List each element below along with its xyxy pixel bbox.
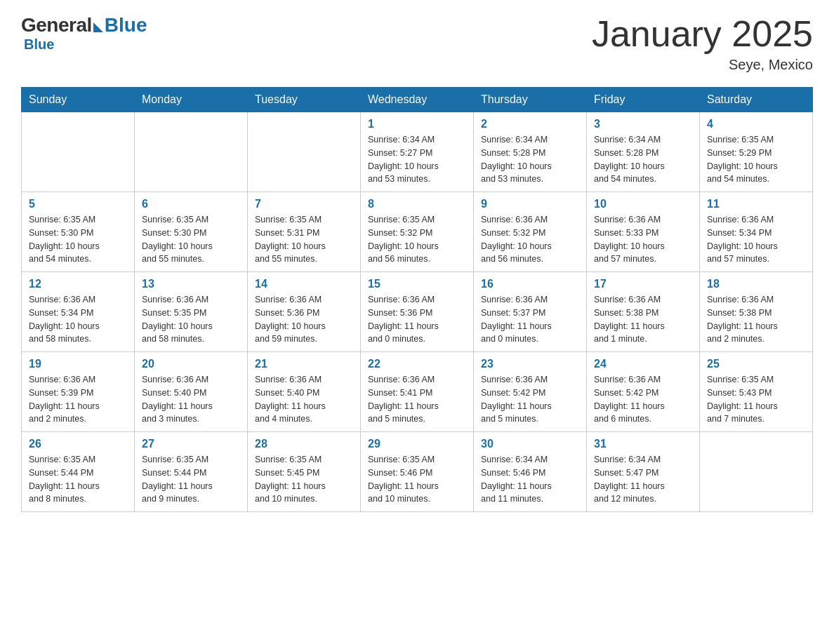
day-number: 13 [142, 278, 240, 290]
day-info: Sunrise: 6:34 AM Sunset: 5:28 PM Dayligh… [481, 133, 579, 186]
day-info: Sunrise: 6:35 AM Sunset: 5:32 PM Dayligh… [368, 213, 466, 266]
calendar-cell: 16Sunrise: 6:36 AM Sunset: 5:37 PM Dayli… [474, 272, 587, 352]
calendar-cell: 3Sunrise: 6:34 AM Sunset: 5:28 PM Daylig… [587, 112, 700, 192]
calendar-week-4: 19Sunrise: 6:36 AM Sunset: 5:39 PM Dayli… [22, 352, 813, 432]
calendar-cell: 10Sunrise: 6:36 AM Sunset: 5:33 PM Dayli… [587, 192, 700, 272]
day-number: 15 [368, 278, 466, 290]
calendar-cell: 12Sunrise: 6:36 AM Sunset: 5:34 PM Dayli… [22, 272, 135, 352]
day-info: Sunrise: 6:34 AM Sunset: 5:46 PM Dayligh… [481, 453, 579, 506]
day-number: 10 [594, 198, 692, 210]
day-info: Sunrise: 6:36 AM Sunset: 5:32 PM Dayligh… [481, 213, 579, 266]
location-text: Seye, Mexico [592, 57, 813, 73]
calendar-cell: 1Sunrise: 6:34 AM Sunset: 5:27 PM Daylig… [361, 112, 474, 192]
calendar-cell: 24Sunrise: 6:36 AM Sunset: 5:42 PM Dayli… [587, 352, 700, 432]
day-info: Sunrise: 6:34 AM Sunset: 5:47 PM Dayligh… [594, 453, 692, 506]
day-info: Sunrise: 6:36 AM Sunset: 5:34 PM Dayligh… [29, 293, 127, 346]
calendar-body: 1Sunrise: 6:34 AM Sunset: 5:27 PM Daylig… [22, 112, 813, 512]
day-number: 28 [255, 438, 353, 450]
day-number: 19 [29, 358, 127, 370]
calendar-cell: 14Sunrise: 6:36 AM Sunset: 5:36 PM Dayli… [248, 272, 361, 352]
calendar-cell: 5Sunrise: 6:35 AM Sunset: 5:30 PM Daylig… [22, 192, 135, 272]
day-number: 12 [29, 278, 127, 290]
calendar-cell [700, 432, 813, 512]
calendar-week-3: 12Sunrise: 6:36 AM Sunset: 5:34 PM Dayli… [22, 272, 813, 352]
day-info: Sunrise: 6:36 AM Sunset: 5:40 PM Dayligh… [255, 373, 353, 426]
day-number: 26 [29, 438, 127, 450]
day-number: 17 [594, 278, 692, 290]
calendar-cell: 26Sunrise: 6:35 AM Sunset: 5:44 PM Dayli… [22, 432, 135, 512]
calendar-cell: 31Sunrise: 6:34 AM Sunset: 5:47 PM Dayli… [587, 432, 700, 512]
calendar-cell: 18Sunrise: 6:36 AM Sunset: 5:38 PM Dayli… [700, 272, 813, 352]
calendar-cell: 22Sunrise: 6:36 AM Sunset: 5:41 PM Dayli… [361, 352, 474, 432]
month-title: January 2025 [592, 14, 813, 54]
calendar-cell: 28Sunrise: 6:35 AM Sunset: 5:45 PM Dayli… [248, 432, 361, 512]
day-info: Sunrise: 6:36 AM Sunset: 5:41 PM Dayligh… [368, 373, 466, 426]
calendar-cell [135, 112, 248, 192]
calendar-cell: 19Sunrise: 6:36 AM Sunset: 5:39 PM Dayli… [22, 352, 135, 432]
day-info: Sunrise: 6:35 AM Sunset: 5:45 PM Dayligh… [255, 453, 353, 506]
day-number: 30 [481, 438, 579, 450]
calendar-week-5: 26Sunrise: 6:35 AM Sunset: 5:44 PM Dayli… [22, 432, 813, 512]
day-number: 2 [481, 118, 579, 130]
calendar-week-2: 5Sunrise: 6:35 AM Sunset: 5:30 PM Daylig… [22, 192, 813, 272]
day-number: 7 [255, 198, 353, 210]
day-number: 29 [368, 438, 466, 450]
day-info: Sunrise: 6:36 AM Sunset: 5:40 PM Dayligh… [142, 373, 240, 426]
day-info: Sunrise: 6:36 AM Sunset: 5:37 PM Dayligh… [481, 293, 579, 346]
day-number: 16 [481, 278, 579, 290]
logo: General Blue Blue [21, 14, 147, 53]
weekday-header-monday: Monday [135, 88, 248, 112]
day-info: Sunrise: 6:36 AM Sunset: 5:42 PM Dayligh… [481, 373, 579, 426]
page-header: General Blue Blue January 2025 Seye, Mex… [21, 14, 813, 73]
calendar-header: SundayMondayTuesdayWednesdayThursdayFrid… [22, 88, 813, 112]
day-info: Sunrise: 6:35 AM Sunset: 5:46 PM Dayligh… [368, 453, 466, 506]
day-number: 25 [707, 358, 805, 370]
day-info: Sunrise: 6:35 AM Sunset: 5:30 PM Dayligh… [142, 213, 240, 266]
calendar-cell [248, 112, 361, 192]
calendar-week-1: 1Sunrise: 6:34 AM Sunset: 5:27 PM Daylig… [22, 112, 813, 192]
day-number: 22 [368, 358, 466, 370]
day-number: 4 [707, 118, 805, 130]
calendar-cell: 6Sunrise: 6:35 AM Sunset: 5:30 PM Daylig… [135, 192, 248, 272]
weekday-header-saturday: Saturday [700, 88, 813, 112]
day-info: Sunrise: 6:36 AM Sunset: 5:38 PM Dayligh… [707, 293, 805, 346]
calendar-cell: 17Sunrise: 6:36 AM Sunset: 5:38 PM Dayli… [587, 272, 700, 352]
calendar-cell: 2Sunrise: 6:34 AM Sunset: 5:28 PM Daylig… [474, 112, 587, 192]
day-number: 23 [481, 358, 579, 370]
day-info: Sunrise: 6:35 AM Sunset: 5:29 PM Dayligh… [707, 133, 805, 186]
day-info: Sunrise: 6:35 AM Sunset: 5:30 PM Dayligh… [29, 213, 127, 266]
calendar-cell: 25Sunrise: 6:35 AM Sunset: 5:43 PM Dayli… [700, 352, 813, 432]
day-number: 14 [255, 278, 353, 290]
calendar-cell: 27Sunrise: 6:35 AM Sunset: 5:44 PM Dayli… [135, 432, 248, 512]
weekday-header-thursday: Thursday [474, 88, 587, 112]
logo-blue-text: Blue [105, 14, 147, 36]
logo-arrow-icon [93, 22, 103, 32]
day-info: Sunrise: 6:35 AM Sunset: 5:31 PM Dayligh… [255, 213, 353, 266]
day-number: 6 [142, 198, 240, 210]
calendar-cell: 15Sunrise: 6:36 AM Sunset: 5:36 PM Dayli… [361, 272, 474, 352]
day-info: Sunrise: 6:35 AM Sunset: 5:44 PM Dayligh… [29, 453, 127, 506]
day-number: 9 [481, 198, 579, 210]
day-number: 27 [142, 438, 240, 450]
calendar-cell: 11Sunrise: 6:36 AM Sunset: 5:34 PM Dayli… [700, 192, 813, 272]
weekday-header-wednesday: Wednesday [361, 88, 474, 112]
calendar-cell [22, 112, 135, 192]
weekday-header-sunday: Sunday [22, 88, 135, 112]
day-info: Sunrise: 6:35 AM Sunset: 5:44 PM Dayligh… [142, 453, 240, 506]
day-info: Sunrise: 6:36 AM Sunset: 5:39 PM Dayligh… [29, 373, 127, 426]
day-info: Sunrise: 6:36 AM Sunset: 5:42 PM Dayligh… [594, 373, 692, 426]
day-number: 5 [29, 198, 127, 210]
day-number: 31 [594, 438, 692, 450]
calendar-cell: 29Sunrise: 6:35 AM Sunset: 5:46 PM Dayli… [361, 432, 474, 512]
calendar-cell: 7Sunrise: 6:35 AM Sunset: 5:31 PM Daylig… [248, 192, 361, 272]
calendar-cell: 21Sunrise: 6:36 AM Sunset: 5:40 PM Dayli… [248, 352, 361, 432]
day-info: Sunrise: 6:36 AM Sunset: 5:38 PM Dayligh… [594, 293, 692, 346]
day-number: 18 [707, 278, 805, 290]
logo-general-text: General [21, 14, 92, 36]
day-number: 20 [142, 358, 240, 370]
day-info: Sunrise: 6:34 AM Sunset: 5:27 PM Dayligh… [368, 133, 466, 186]
day-info: Sunrise: 6:36 AM Sunset: 5:33 PM Dayligh… [594, 213, 692, 266]
day-number: 3 [594, 118, 692, 130]
calendar-cell: 30Sunrise: 6:34 AM Sunset: 5:46 PM Dayli… [474, 432, 587, 512]
day-info: Sunrise: 6:36 AM Sunset: 5:36 PM Dayligh… [368, 293, 466, 346]
